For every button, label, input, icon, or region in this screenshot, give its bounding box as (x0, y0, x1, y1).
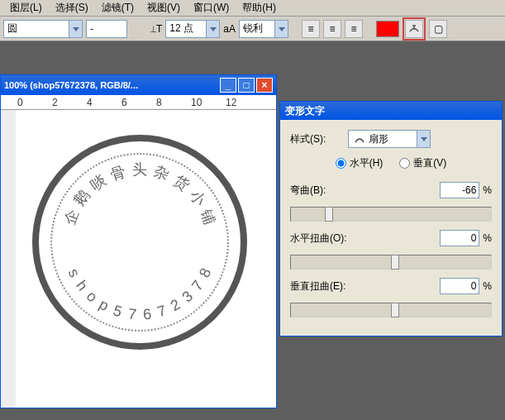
stamp-graphic: 企鹅啖骨头杂货小铺 shop57672378 (32, 135, 247, 350)
ruler-horizontal: 0 2 4 6 8 10 12 (1, 95, 276, 110)
font-family-combo[interactable]: 圆 (3, 20, 83, 38)
antialias-combo[interactable]: 锐利 (239, 20, 288, 38)
menu-layer[interactable]: 图层(L) (3, 0, 49, 17)
document-title: 100% (shop57672378, RGB/8/... (4, 80, 218, 90)
orient-horizontal-radio[interactable]: 水平(H) (336, 156, 384, 170)
hdist-slider[interactable] (290, 255, 492, 270)
align-left-button[interactable]: ≡ (302, 20, 320, 38)
warp-text-button[interactable] (405, 20, 423, 38)
vdist-slider[interactable] (290, 303, 492, 317)
align-center-button[interactable]: ≡ (323, 20, 341, 38)
vdist-input[interactable] (440, 278, 479, 294)
document-titlebar[interactable]: 100% (shop57672378, RGB/8/... _ □ × (1, 75, 276, 95)
warp-text-panel: 变形文字 样式(S): 扇形 水平(H) 垂直(V) 弯曲(B): (279, 101, 503, 336)
bend-slider[interactable] (290, 207, 492, 222)
menu-help[interactable]: 帮助(H) (236, 0, 283, 17)
text-color-swatch[interactable] (376, 21, 399, 37)
menu-filter[interactable]: 滤镜(T) (95, 0, 141, 17)
bend-label: 弯曲(B): (290, 184, 440, 198)
menu-view[interactable]: 视图(V) (141, 0, 187, 17)
canvas[interactable]: 企鹅啖骨头杂货小铺 shop57672378 (1, 110, 276, 408)
menu-select[interactable]: 选择(S) (49, 0, 95, 17)
percent-label: % (483, 184, 492, 196)
style-label: 样式(S): (290, 132, 348, 146)
arc-text-bottom: shop57672378 (32, 135, 247, 350)
percent-label: % (483, 232, 492, 244)
panel-title: 变形文字 (280, 102, 502, 120)
palettes-button[interactable]: ▢ (429, 20, 447, 38)
orient-vertical-radio[interactable]: 垂直(V) (399, 156, 446, 170)
menu-window[interactable]: 窗口(W) (187, 0, 236, 17)
maximize-button[interactable]: □ (238, 78, 255, 93)
antialias-label: aA (223, 23, 236, 35)
hdist-input[interactable] (440, 230, 479, 246)
chevron-down-icon (207, 20, 220, 38)
close-button[interactable]: × (256, 78, 273, 93)
style-combo[interactable]: 扇形 (348, 130, 431, 148)
minimize-button[interactable]: _ (220, 78, 236, 93)
hdist-label: 水平扭曲(O): (290, 231, 440, 246)
document-window: 100% (shop57672378, RGB/8/... _ □ × 0 2 … (0, 74, 277, 408)
percent-label: % (483, 280, 492, 292)
chevron-down-icon (417, 131, 430, 147)
align-right-button[interactable]: ≡ (345, 20, 363, 38)
warp-text-highlight (403, 17, 426, 41)
type-size-icon: ⟂T (150, 23, 162, 35)
workspace: 100% (shop57672378, RGB/8/... _ □ × 0 2 … (0, 41, 505, 420)
vdist-label: 垂直扭曲(E): (290, 279, 440, 294)
options-toolbar: 圆 - ⟂T 12 点 aA 锐利 ≡ ≡ ≡ ▢ (0, 17, 505, 41)
font-style-combo[interactable]: - (86, 20, 127, 38)
font-size-combo[interactable]: 12 点 (165, 20, 220, 38)
bend-input[interactable] (440, 182, 479, 198)
chevron-down-icon (275, 20, 288, 38)
menubar: 图层(L) 选择(S) 滤镜(T) 视图(V) 窗口(W) 帮助(H) (0, 0, 505, 17)
chevron-down-icon (69, 20, 83, 38)
arc-icon (354, 134, 365, 144)
